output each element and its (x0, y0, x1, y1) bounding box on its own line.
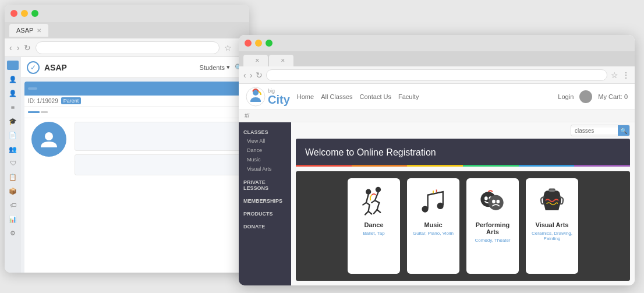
mini-tab-1[interactable] (28, 111, 40, 113)
user-avatar (579, 90, 592, 103)
visual-arts-name: Visual Arts (536, 221, 569, 228)
category-music[interactable]: Music Guitar, Piano, Violin (407, 178, 459, 274)
forward-button[interactable]: › (17, 43, 20, 52)
logo-text-big: big (268, 88, 290, 94)
body-content (24, 118, 246, 273)
avatar-column (28, 122, 70, 273)
sidebar-private-lessons: PRIVATE LESSONS (239, 177, 291, 192)
nav-all-classes[interactable]: All Classes (321, 93, 352, 100)
category-dance[interactable]: Dance Ballet, Tap (348, 178, 400, 274)
svg-point-8 (484, 196, 488, 200)
sidebar-view-all[interactable]: View All (239, 136, 291, 146)
students-menu[interactable]: Students ▾ (200, 63, 230, 71)
info-card-1 (75, 122, 242, 151)
info-card-2 (75, 154, 242, 175)
bigcity-sidebar: CLASSES View All Dance Music Visual Arts… (239, 122, 291, 285)
svg-point-14 (549, 189, 555, 192)
refresh-button[interactable]: ↻ (24, 43, 31, 52)
welcome-banner: Welcome to Online Registration (296, 139, 630, 167)
browser-window-bigcity: ✕ ✕ ‹ › ↻ ☆ ⋮ (239, 35, 635, 285)
breadcrumb: #/ (239, 110, 635, 122)
sidebar-icon-user[interactable]: 👤 (8, 89, 17, 98)
back-button-2[interactable]: ‹ (243, 70, 246, 80)
music-subtitle: Guitar, Piano, Violin (413, 231, 454, 236)
bigcity-content: big City Home All Classes Contact Us Fac… (239, 84, 635, 285)
tab-asap[interactable]: ASAP ✕ (9, 24, 48, 37)
music-icon (416, 184, 451, 219)
sidebar-icon-chart[interactable]: 📊 (8, 214, 17, 224)
panel-header (24, 82, 246, 96)
sidebar-icon-student[interactable]: 👤 (8, 75, 17, 84)
performing-arts-subtitle: Comedy, Theater (475, 238, 510, 243)
search-row: 🔍 (291, 122, 635, 139)
category-visual-arts[interactable]: Visual Arts Ceramics, Drawing, Painting (526, 178, 578, 274)
back-button[interactable]: ‹ (9, 43, 12, 52)
logo-text-area: big City (268, 88, 290, 105)
search-input[interactable] (571, 128, 618, 134)
cart-label[interactable]: My Cart: 0 (598, 93, 628, 100)
address-field-2[interactable] (266, 69, 607, 81)
address-field[interactable] (36, 41, 220, 54)
sidebar-icon-settings[interactable]: ⚙ (8, 228, 17, 238)
close-button-2[interactable] (245, 40, 252, 47)
performing-arts-icon (475, 184, 510, 219)
sidebar-icon-box[interactable]: 📦 (8, 186, 17, 196)
dance-icon (356, 184, 391, 219)
address-bar-asap: ‹ › ↻ ☆ ⋮ (5, 38, 249, 57)
sidebar-icon-clipboard[interactable]: 📋 (8, 172, 17, 182)
colorbar-blue (519, 165, 575, 167)
nav-contact[interactable]: Contact Us (360, 93, 391, 100)
mini-tab-2[interactable] (41, 111, 48, 113)
sidebar-music[interactable]: Music (239, 155, 291, 164)
address-bar-bigcity: ‹ › ↻ ☆ ⋮ (239, 66, 635, 84)
category-performing-arts[interactable]: Performing Arts Comedy, Theater (466, 178, 519, 274)
music-name: Music (424, 221, 442, 228)
sidebar-icon-tag[interactable]: 🏷 (8, 200, 17, 210)
bookmark-icon-2[interactable]: ☆ (611, 70, 618, 80)
sidebar-dance[interactable]: Dance (239, 146, 291, 155)
detail-column (75, 122, 242, 273)
student-id: ID: 1/19029 (28, 98, 58, 104)
visual-arts-subtitle: Ceramics, Drawing, Painting (529, 231, 575, 241)
nav-home[interactable]: Home (297, 93, 314, 100)
svg-point-5 (422, 206, 428, 212)
sidebar-icon-doc[interactable]: 📄 (8, 130, 17, 140)
tab-bigcity-2[interactable]: ✕ (269, 55, 293, 66)
sidebar-icon-group[interactable]: 👥 (8, 144, 17, 154)
refresh-button-2[interactable]: ↻ (256, 70, 263, 80)
tab-close-2a-icon[interactable]: ✕ (255, 58, 260, 63)
minimize-button-2[interactable] (255, 40, 262, 47)
close-button[interactable] (10, 10, 17, 17)
color-bar (296, 165, 630, 167)
sidebar-icon-list[interactable]: ≡ (8, 103, 17, 112)
minimize-button[interactable] (21, 10, 28, 17)
search-box[interactable]: 🔍 (571, 125, 630, 136)
nav-faculty[interactable]: Faculty (398, 93, 419, 100)
tab-close-icon[interactable]: ✕ (37, 27, 41, 34)
bigcity-body: CLASSES View All Dance Music Visual Arts… (239, 122, 635, 285)
titlebar-asap (5, 5, 249, 22)
performing-arts-name: Performing Arts (470, 221, 515, 235)
tab-bigcity-1[interactable]: ✕ (243, 55, 268, 66)
bookmark-icon[interactable]: ☆ (224, 43, 232, 52)
menu-icon-2[interactable]: ⋮ (622, 70, 630, 80)
mini-tabs (24, 107, 246, 118)
categories-grid: Dance Ballet, Tap (296, 171, 630, 281)
sidebar-memberships: MEMBERSHIPS (239, 196, 291, 205)
maximize-button-2[interactable] (266, 40, 273, 47)
search-button[interactable]: 🔍 (618, 125, 629, 136)
sidebar-classes-header: CLASSES (239, 127, 291, 136)
colorbar-orange (352, 165, 408, 167)
visual-arts-icon (535, 184, 569, 219)
svg-point-0 (45, 132, 53, 140)
sidebar-visual-arts[interactable]: Visual Arts (239, 164, 291, 174)
bigcity-navbar: big City Home All Classes Contact Us Fac… (239, 84, 635, 110)
tab-close-2b-icon[interactable]: ✕ (281, 58, 285, 63)
login-link[interactable]: Login (558, 93, 574, 100)
sidebar-icon-edit[interactable] (7, 61, 19, 70)
sidebar-icon-shield[interactable]: 🛡 (8, 158, 17, 168)
maximize-button[interactable] (31, 10, 38, 17)
forward-button-2[interactable]: › (250, 70, 253, 80)
browser-window-asap: ASAP ✕ ‹ › ↻ ☆ ⋮ 👤 👤 ≡ 🎓 📄 👥 🛡 📋 📦 🏷 📊 ⚙ (5, 5, 249, 273)
sidebar-icon-graduation[interactable]: 🎓 (8, 117, 17, 126)
